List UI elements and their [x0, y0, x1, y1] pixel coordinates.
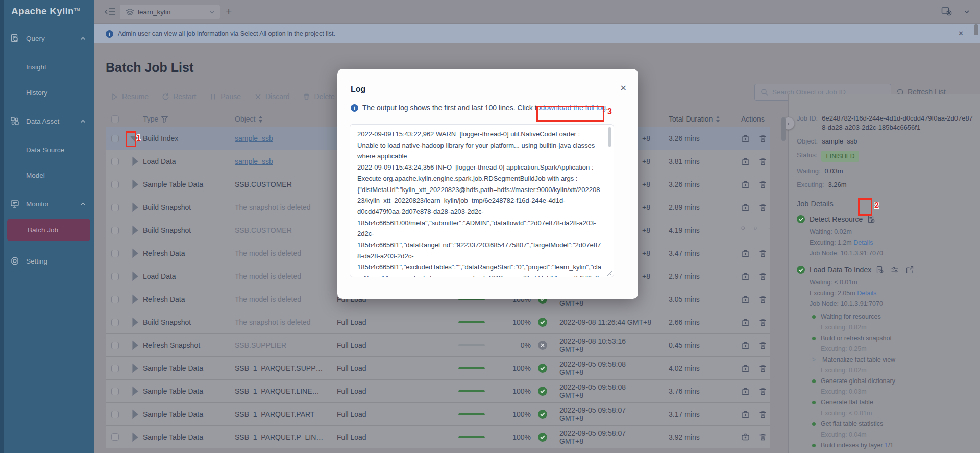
user-menu-chevron-icon[interactable] — [964, 9, 970, 15]
resume-icon[interactable] — [741, 226, 745, 235]
step-log-icon[interactable] — [867, 215, 875, 223]
delete-icon[interactable] — [758, 272, 767, 281]
row-checkbox[interactable] — [111, 342, 119, 349]
sidebar-item-query[interactable]: Query — [4, 30, 94, 47]
collapse-sidebar-icon[interactable] — [105, 7, 116, 17]
expand-caret-icon[interactable] — [127, 268, 143, 284]
step-log-icon[interactable] — [876, 266, 884, 274]
sidebar-item-insight[interactable]: Insight — [4, 58, 94, 76]
delete-icon[interactable] — [758, 249, 767, 258]
sidebar-item-batch-job[interactable]: Batch Job — [7, 219, 90, 241]
row-checkbox[interactable] — [111, 250, 119, 257]
job-diagnosis-icon[interactable] — [741, 295, 750, 304]
details-link[interactable]: Details — [857, 290, 876, 297]
restart-button[interactable]: Restart — [162, 92, 196, 101]
delete-icon[interactable] — [758, 387, 767, 396]
sidebar-item-data-asset[interactable]: Data Asset — [4, 112, 94, 130]
add-project-button[interactable]: + — [226, 6, 232, 16]
banner-close-icon[interactable]: ✕ — [958, 30, 964, 37]
page-scrollbar[interactable] — [974, 24, 978, 35]
table-row[interactable]: Sample Table Data SSB_1_PARQUET.LINE… Fu… — [106, 379, 770, 402]
delete-icon[interactable] — [758, 203, 767, 212]
job-diagnosis-icon[interactable] — [741, 134, 750, 143]
resize-handle-icon[interactable] — [607, 271, 612, 276]
delete-icon[interactable] — [758, 341, 767, 350]
row-checkbox[interactable] — [111, 135, 119, 142]
restart-icon[interactable] — [753, 226, 757, 235]
job-diagnosis-icon[interactable] — [741, 433, 750, 441]
expand-caret-icon[interactable] — [127, 245, 143, 261]
row-checkbox[interactable] — [111, 227, 119, 234]
job-diagnosis-icon[interactable] — [741, 364, 750, 373]
job-diagnosis-icon[interactable] — [741, 203, 750, 212]
delete-icon[interactable] — [758, 295, 767, 304]
expand-caret-icon[interactable] — [127, 429, 143, 445]
expand-caret-icon[interactable] — [127, 383, 143, 399]
log-textarea[interactable]: 2022-09-09T15:43:22,962 WARN [logger-thr… — [350, 124, 614, 277]
job-diagnosis-icon[interactable] — [741, 410, 750, 419]
select-all-checkbox[interactable] — [111, 115, 119, 123]
sidebar-item-setting[interactable]: Setting — [4, 252, 94, 270]
row-checkbox[interactable] — [111, 411, 119, 418]
job-diagnosis-icon[interactable] — [741, 157, 750, 166]
substep-arrow-icon[interactable]: > — [812, 354, 817, 365]
job-diagnosis-icon[interactable] — [741, 249, 750, 258]
expand-caret-icon[interactable] — [127, 406, 143, 422]
row-checkbox[interactable] — [111, 204, 119, 211]
project-selector[interactable]: learn_kylin — [120, 5, 220, 19]
sidebar-item-data-source[interactable]: Data Source — [4, 141, 94, 158]
job-diagnosis-icon[interactable] — [741, 387, 750, 396]
job-diagnosis-icon[interactable] — [741, 341, 750, 350]
details-link[interactable]: Details — [853, 239, 873, 246]
expand-caret-icon[interactable] — [127, 222, 143, 239]
job-object[interactable]: sample_ssb — [235, 134, 273, 142]
table-row[interactable]: Sample Table Data SSB_1_PARQUET.P_LIN… F… — [106, 425, 770, 448]
expand-caret-icon[interactable] — [127, 291, 143, 307]
job-diagnosis-icon[interactable] — [741, 180, 750, 189]
row-checkbox[interactable] — [111, 273, 119, 280]
expand-caret-icon[interactable] — [127, 314, 143, 330]
table-row[interactable]: Sample Table Data SSB_1_PARQUET.PART Ful… — [106, 402, 770, 425]
sidebar-item-model[interactable]: Model — [4, 166, 94, 184]
expand-caret-icon[interactable] — [127, 360, 143, 376]
row-checkbox[interactable] — [111, 158, 119, 165]
row-checkbox[interactable] — [111, 433, 119, 441]
admin-console-icon[interactable] — [941, 7, 952, 17]
panel-scrollbar[interactable] — [781, 117, 786, 141]
discard-button[interactable]: Discard — [254, 92, 289, 101]
delete-icon[interactable] — [758, 364, 767, 373]
table-row[interactable]: Refresh Snapshot SSB.SUPPLIER Full Load … — [106, 333, 770, 356]
filter-icon[interactable] — [161, 116, 168, 123]
delete-icon[interactable] — [758, 318, 767, 327]
log-scrollbar[interactable] — [608, 127, 611, 147]
delete-icon[interactable] — [758, 134, 767, 143]
sidebar-item-history[interactable]: History — [4, 84, 94, 101]
delete-icon[interactable] — [758, 433, 767, 441]
resume-button[interactable]: Resume — [111, 92, 149, 101]
row-checkbox[interactable] — [111, 181, 119, 188]
expand-caret-icon[interactable] — [127, 199, 143, 216]
sort-icon[interactable] — [716, 116, 720, 123]
job-diagnosis-icon[interactable] — [741, 318, 750, 327]
sidebar-item-monitor[interactable]: Monitor — [4, 195, 94, 212]
sort-icon[interactable] — [258, 116, 263, 123]
table-row[interactable]: Build Snapshot The snapshot is deleted F… — [106, 311, 770, 333]
delete-button[interactable]: Delete — [303, 92, 334, 101]
more-actions-icon[interactable] — [766, 226, 770, 235]
row-checkbox[interactable] — [111, 365, 119, 372]
job-object[interactable]: sample_ssb — [235, 157, 273, 165]
row-checkbox[interactable] — [111, 319, 119, 326]
row-checkbox[interactable] — [111, 296, 119, 303]
expand-caret-icon[interactable] — [127, 337, 143, 353]
pause-button[interactable]: Pause — [209, 92, 241, 101]
expand-caret-icon[interactable] — [127, 153, 143, 170]
table-row[interactable]: Sample Table Data SSB_1_PARQUET.SUPP… Fu… — [106, 356, 770, 379]
delete-icon[interactable] — [758, 157, 767, 166]
expand-caret-icon[interactable] — [127, 176, 143, 193]
row-checkbox[interactable] — [111, 388, 119, 395]
modal-close-icon[interactable]: ✕ — [620, 83, 627, 93]
job-diagnosis-icon[interactable] — [741, 272, 750, 281]
delete-icon[interactable] — [758, 410, 767, 419]
step-parameters-icon[interactable] — [891, 266, 899, 274]
step-export-icon[interactable] — [905, 266, 914, 274]
